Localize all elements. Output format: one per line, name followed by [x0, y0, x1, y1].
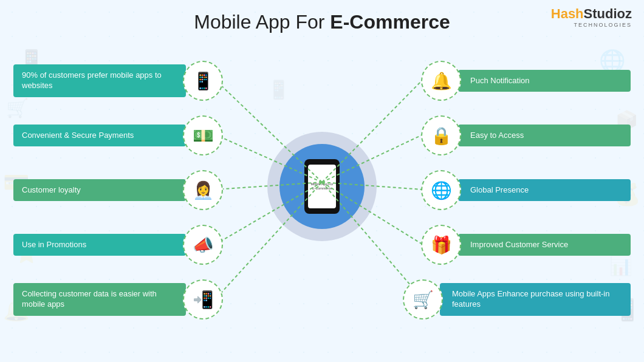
item-mobile-pref-icon: 📱 [183, 61, 223, 101]
item-collecting-icon: 📲 [183, 279, 223, 319]
item-global-label: Global Presence [458, 179, 631, 202]
logo: Hash Studioz Technologies [551, 6, 632, 28]
item-promotions-icon: 📣 [183, 225, 223, 265]
item-access: Easy to Access 🔒 [421, 115, 631, 155]
item-access-icon: 🔒 [421, 115, 461, 155]
item-mobile-pref-label: 90% of customers prefer mobile apps to w… [13, 64, 186, 97]
logo-studioz: Studioz [584, 6, 632, 22]
center-phone: Mobile App For E-Commerce [267, 132, 377, 241]
item-loyalty-icon: 👩‍💼 [183, 170, 223, 210]
item-loyalty-label: Customer loyalty [13, 179, 186, 202]
item-push: Puch Notification 🔔 [421, 61, 631, 101]
item-global: Global Presence 🌐 [421, 170, 631, 210]
logo-tech: Technologies [551, 22, 632, 28]
item-enhance-icon: 🛒 [403, 279, 443, 319]
page-title: Mobile App For E-Commerce [194, 11, 450, 33]
phone-label-line2: E-Commerce [312, 186, 332, 191]
title-bold: E-Commerce [330, 11, 450, 33]
item-payments-icon: 💵 [183, 115, 223, 155]
phone-label-line1: Mobile App For [311, 182, 334, 186]
item-push-icon: 🔔 [421, 61, 461, 101]
item-customer-service-icon: 🎁 [421, 225, 461, 265]
title-normal: Mobile App For [194, 11, 330, 33]
logo-hash: Hash [551, 6, 584, 22]
item-enhance: Mobile Apps Enhance purchase using built… [403, 279, 631, 319]
item-collecting-label: Collecting customer data is easier with … [13, 283, 186, 316]
item-customer-service: Improved Customer Service 🎁 [421, 225, 631, 265]
item-promotions: Use in Promotions 📣 [13, 225, 223, 265]
item-push-label: Puch Notification [458, 70, 631, 92]
item-promotions-label: Use in Promotions [13, 234, 186, 256]
item-access-label: Easy to Access [458, 125, 631, 147]
item-loyalty: Customer loyalty 👩‍💼 [13, 170, 223, 210]
item-collecting: Collecting customer data is easier with … [13, 279, 223, 319]
item-payments: Convenient & Secure Payments 💵 [13, 115, 223, 155]
item-global-icon: 🌐 [421, 170, 461, 210]
item-payments-label: Convenient & Secure Payments [13, 125, 186, 147]
item-customer-service-label: Improved Customer Service [458, 234, 631, 256]
item-mobile-pref: 90% of customers prefer mobile apps to w… [13, 61, 223, 101]
item-enhance-label: Mobile Apps Enhance purchase using built… [440, 283, 631, 316]
